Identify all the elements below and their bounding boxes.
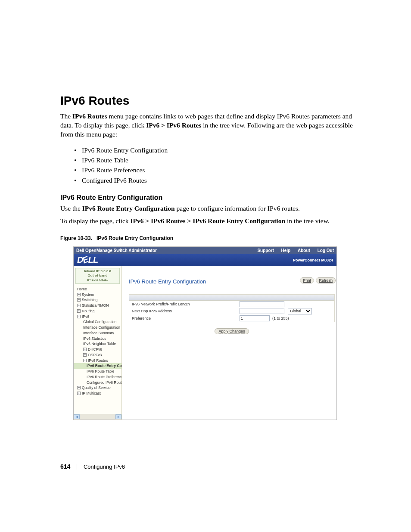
app-title: Dell OpenManage Switch Administrator (76, 248, 157, 253)
nexthop-label: Next Hop IPv6 Address (132, 309, 240, 313)
brand-bar: DELL PowerConnect M8024 (74, 254, 336, 266)
tree-interface-config[interactable]: Interface Configuration (74, 325, 121, 330)
tree-label: Home (77, 287, 87, 291)
page-number: 614 (60, 463, 70, 470)
bold-text: IPv6 > IPv6 Routes (146, 121, 201, 129)
text: page to configure information for IPv6 r… (175, 205, 300, 212)
expand-icon[interactable]: + (77, 293, 81, 296)
scroll-left-icon[interactable]: ◂ (74, 414, 80, 419)
preference-input[interactable] (240, 315, 270, 321)
intro-paragraph: The IPv6 Routes menu page contains links… (60, 112, 361, 139)
separator: | (76, 463, 78, 470)
page-footer: 614 | Configuring IPv6 (60, 463, 125, 470)
tree-configured-routes[interactable]: Configured IPv6 Route (74, 380, 121, 386)
expand-icon[interactable]: + (77, 298, 81, 302)
tree-ip-multicast[interactable]: +IP Multicast (74, 391, 121, 396)
sub-heading: IPv6 Route Entry Configuration (60, 194, 361, 202)
tree-qos[interactable]: +Quality of Service (74, 385, 121, 391)
tree-scrollbar[interactable]: ◂ ▸ (74, 414, 121, 420)
bold-text: IPv6 > IPv6 Routes > IPv6 Route Entry Co… (130, 217, 285, 224)
tree-global-config[interactable]: Global Configuration (74, 319, 121, 325)
expand-icon[interactable]: + (77, 392, 81, 395)
expand-icon[interactable]: + (83, 353, 87, 357)
ip-info-box: Inband IP:0.0.0.0 Out-of-band IP:10.27.5… (75, 268, 120, 284)
tree-dhcpv6[interactable]: +DHCPv6 (74, 347, 121, 352)
expand-icon[interactable]: + (77, 309, 81, 313)
tree-switching[interactable]: +Switching (74, 297, 121, 303)
collapse-icon[interactable]: - (83, 359, 87, 362)
list-item: Configured IPv6 Routes (75, 175, 361, 185)
list-item: IPv6 Route Preferences (75, 165, 361, 175)
figure-number: Figure 10-33. (60, 235, 92, 241)
text: To display the page, click (60, 217, 130, 224)
bold-text: IPv6 Routes (72, 112, 107, 120)
text: Use the (60, 205, 82, 212)
outofband-ip: Out-of-band IP:10.27.5.31 (77, 274, 118, 283)
top-links: Support Help About Log Out (251, 248, 334, 253)
nav-tree: Inband IP:0.0.0.0 Out-of-band IP:10.27.5… (74, 266, 122, 420)
refresh-button[interactable]: Refresh (316, 277, 336, 283)
prefix-input[interactable] (240, 301, 284, 307)
bold-text: IPv6 Route Entry Configuration (82, 205, 175, 212)
tree-ipv6-routes[interactable]: -IPv6 Routes (74, 358, 121, 364)
tree-label: OSPFv3 (88, 353, 102, 357)
content-pane: IPv6 Route Entry Configuration Print Ref… (122, 266, 341, 420)
dell-logo: DELL (77, 255, 98, 265)
list-item: IPv6 Route Entry Configuration (75, 145, 361, 155)
tree-interface-summary[interactable]: Interface Summary (74, 330, 121, 336)
scroll-right-icon[interactable]: ▸ (115, 414, 121, 419)
tree-label: Switching (82, 298, 97, 302)
expand-icon[interactable]: + (77, 386, 81, 389)
tree-routing[interactable]: +Routing (74, 308, 121, 314)
app-titlebar: Dell OpenManage Switch Administrator Sup… (74, 247, 336, 254)
tree-home[interactable]: Home (74, 286, 121, 292)
nexthop-scope-select[interactable]: Global (288, 308, 312, 314)
tree-ipv6[interactable]: -IPv6 (74, 314, 121, 320)
tree-ipv6-neighbor[interactable]: IPv6 Neighbor Table (74, 341, 121, 347)
preference-label: Preference (132, 316, 240, 320)
figure-caption: Figure 10-33.IPv6 Route Entry Configurat… (60, 235, 361, 241)
text: in the tree view. (285, 217, 330, 224)
section-title: Configuring IPv6 (84, 464, 125, 470)
about-link[interactable]: About (298, 248, 310, 253)
form-header-bar (129, 295, 334, 301)
screenshot-figure: Dell OpenManage Switch Administrator Sup… (73, 246, 337, 420)
page-heading: IPv6 Routes (60, 94, 361, 108)
tree-label: IP Multicast (82, 391, 101, 395)
support-link[interactable]: Support (257, 248, 274, 253)
tree-system[interactable]: +System (74, 292, 121, 298)
tree-stats[interactable]: +Statistics/RMON (74, 303, 121, 308)
figure-title: IPv6 Route Entry Configuration (97, 235, 173, 241)
bullet-list: IPv6 Route Entry Configuration IPv6 Rout… (60, 143, 361, 190)
tree-label: Quality of Service (82, 386, 111, 390)
nexthop-input[interactable] (240, 308, 284, 314)
paragraph: Use the IPv6 Route Entry Configuration p… (60, 204, 361, 213)
tree-label: Routing (82, 309, 94, 313)
tree-label: IPv6 Routes (88, 358, 108, 363)
tree-ipv6-statistics[interactable]: IPv6 Statistics (74, 336, 121, 342)
preference-hint: (1 to 255) (272, 316, 289, 320)
apply-changes-button[interactable]: Apply Changes (215, 328, 249, 334)
paragraph: To display the page, click IPv6 > IPv6 R… (60, 217, 361, 226)
list-item: IPv6 Route Table (75, 155, 361, 165)
expand-icon[interactable]: + (83, 348, 87, 351)
tree-label: Statistics/RMON (82, 303, 109, 308)
form-panel: IPv6 Network Prefix/Prefix Length Next H… (129, 294, 335, 322)
collapse-icon[interactable]: - (77, 315, 81, 318)
print-button[interactable]: Print (300, 277, 314, 283)
inband-ip: Inband IP:0.0.0.0 (77, 269, 118, 274)
product-name: PowerConnect M8024 (293, 258, 333, 262)
tree-label: DHCPv6 (88, 347, 102, 352)
expand-icon[interactable]: + (77, 304, 81, 307)
tree-label: IPv6 (82, 314, 89, 319)
prefix-label: IPv6 Network Prefix/Prefix Length (132, 302, 240, 306)
tree-route-table[interactable]: IPv6 Route Table (74, 369, 121, 374)
tree-ospfv3[interactable]: +OSPFv3 (74, 352, 121, 358)
help-link[interactable]: Help (281, 248, 291, 253)
tree-route-preferences[interactable]: IPv6 Route Preferenc (74, 374, 121, 380)
logout-link[interactable]: Log Out (318, 248, 334, 253)
tree-route-entry-config[interactable]: IPv6 Route Entry Co (74, 363, 121, 369)
tree-label: System (82, 292, 94, 297)
text: The (60, 112, 72, 120)
